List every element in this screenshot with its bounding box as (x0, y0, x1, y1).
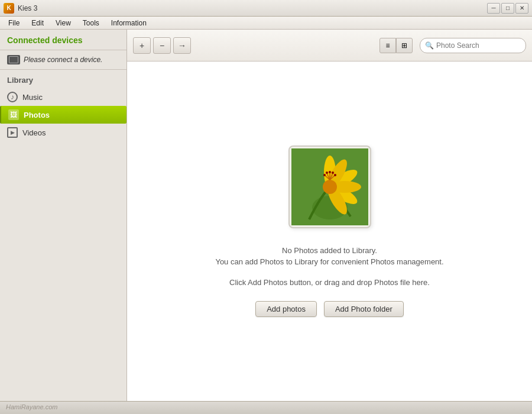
title-bar: K Kies 3 ─ □ ✕ (0, 0, 532, 17)
view-toggle-group: ≡ ⊞ (379, 38, 413, 53)
device-status-text: Please connect a device. (24, 56, 102, 64)
sidebar-item-videos-label: Videos (22, 128, 46, 137)
svg-point-12 (332, 172, 334, 174)
empty-state-line2: You can add Photos to Library for conven… (215, 257, 443, 266)
connected-devices-header: Connected devices (0, 30, 126, 50)
close-button[interactable]: ✕ (515, 3, 528, 14)
menu-bar: File Edit View Tools Information (0, 17, 532, 30)
add-photos-button[interactable]: Add photos (255, 301, 317, 317)
list-view-button[interactable]: ≡ (379, 38, 396, 53)
menu-edit[interactable]: Edit (25, 18, 50, 28)
videos-icon (7, 127, 18, 138)
restore-button[interactable]: □ (501, 3, 514, 14)
svg-point-14 (329, 171, 331, 173)
music-icon (7, 92, 18, 102)
menu-file[interactable]: File (2, 18, 25, 28)
window-controls: ─ □ ✕ (487, 3, 528, 14)
search-box[interactable]: 🔍 (420, 38, 526, 53)
sidebar-item-photos-label: Photos (24, 111, 50, 119)
menu-tools[interactable]: Tools (77, 18, 105, 28)
app-title: Kies 3 (18, 4, 487, 12)
watermark: HamiRayane.com (6, 403, 57, 410)
export-button[interactable]: → (173, 37, 191, 54)
grid-view-button[interactable]: ⊞ (396, 38, 413, 53)
content-area: + − → ≡ ⊞ 🔍 (127, 30, 532, 401)
status-bar: HamiRayane.com (0, 401, 532, 414)
sidebar-item-photos[interactable]: Photos (0, 106, 126, 124)
svg-point-16 (323, 174, 326, 176)
svg-point-8 (323, 180, 337, 194)
main-layout: Connected devices Please connect a devic… (0, 30, 532, 401)
svg-point-10 (326, 172, 328, 174)
search-icon: 🔍 (425, 41, 434, 50)
library-title: Library (0, 76, 126, 88)
device-icon (7, 55, 20, 64)
svg-point-18 (334, 174, 336, 176)
connected-devices-title: Connected devices (7, 35, 119, 45)
photo-placeholder (288, 145, 371, 228)
sidebar: Connected devices Please connect a devic… (0, 30, 127, 401)
remove-button[interactable]: − (153, 37, 171, 54)
photos-icon (8, 109, 19, 120)
main-content: No Photos added to Library. You can add … (127, 62, 532, 401)
menu-view[interactable]: View (50, 18, 77, 28)
empty-state-line1: No Photos added to Library. (282, 246, 377, 255)
app-icon: K (4, 3, 14, 14)
minimize-button[interactable]: ─ (487, 3, 500, 14)
search-input[interactable] (436, 41, 519, 50)
action-buttons: Add photos Add Photo folder (255, 301, 404, 317)
sidebar-item-music[interactable]: Music (0, 88, 126, 106)
empty-state-line3: Click Add Photos button, or drag and dro… (229, 278, 430, 287)
add-photo-folder-button[interactable]: Add Photo folder (324, 301, 404, 317)
device-status-row: Please connect a device. (0, 50, 126, 70)
toolbar: + − → ≡ ⊞ 🔍 (127, 30, 532, 62)
add-button[interactable]: + (133, 37, 151, 54)
menu-information[interactable]: Information (105, 18, 153, 28)
library-section: Library Music Photos Videos (0, 70, 126, 144)
flower-illustration (291, 148, 368, 225)
sidebar-item-music-label: Music (22, 93, 43, 102)
sidebar-item-videos[interactable]: Videos (0, 124, 126, 141)
